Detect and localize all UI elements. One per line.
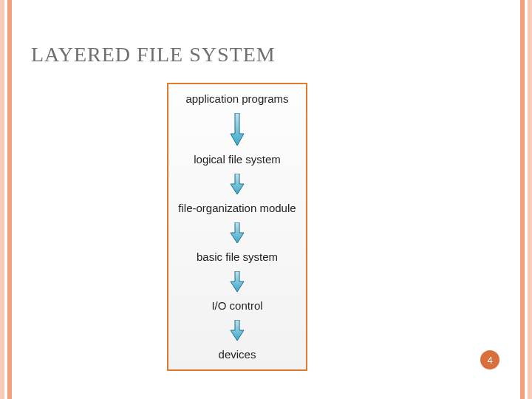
down-arrow-icon	[229, 174, 245, 194]
decor-right	[514, 0, 532, 399]
page-number-badge: 4	[480, 350, 499, 369]
decor-bar	[528, 0, 532, 399]
layered-fs-diagram: application programs logical file system…	[167, 83, 307, 371]
layer-label: basic file system	[197, 250, 278, 264]
slide-title: LAYERED FILE SYSTEM	[31, 43, 276, 66]
down-arrow-icon	[229, 320, 245, 341]
down-arrow-icon	[229, 222, 245, 243]
decor-bar	[0, 0, 4, 399]
layer-label: application programs	[185, 92, 288, 106]
layer-label: file-organization module	[178, 202, 296, 215]
decor-bar	[7, 0, 12, 399]
layer-label: devices	[219, 348, 256, 361]
layer-label: I/O control	[211, 299, 262, 313]
decor-bar	[520, 0, 525, 399]
down-arrow-icon	[229, 271, 245, 292]
layer-label: logical file system	[194, 153, 281, 166]
down-arrow-icon	[229, 113, 245, 146]
decor-left	[0, 0, 18, 399]
